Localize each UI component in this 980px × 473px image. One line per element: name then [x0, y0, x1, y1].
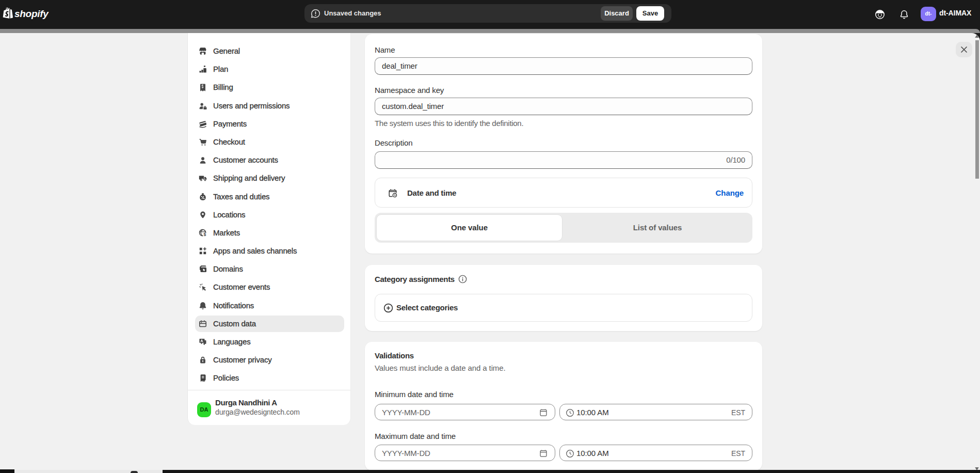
svg-text:$: $: [203, 232, 206, 237]
